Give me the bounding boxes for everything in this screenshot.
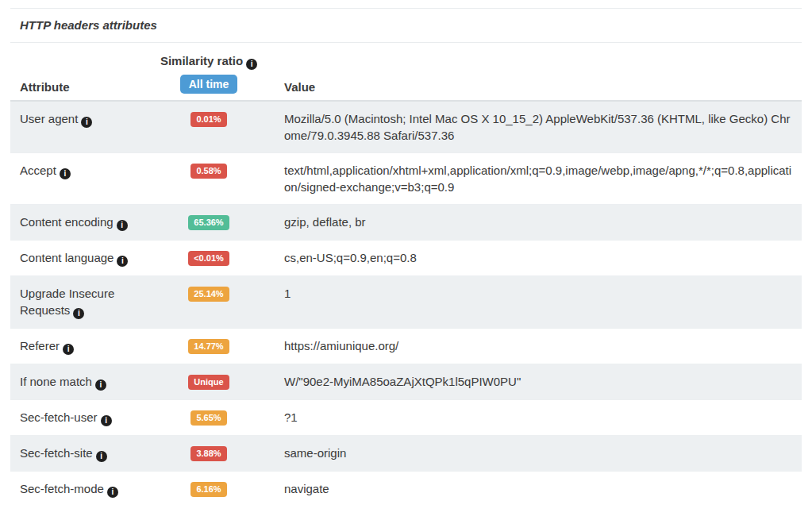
info-icon[interactable]: i	[107, 487, 118, 498]
info-icon[interactable]: i	[81, 117, 92, 128]
table-row: Sec-fetch-modei 6.16% navigate	[10, 472, 802, 507]
attribute-value: 1	[252, 276, 802, 329]
table-body: User agenti 0.01% Mozilla/5.0 (Macintosh…	[10, 101, 802, 507]
info-icon[interactable]: i	[246, 59, 257, 70]
ratio-badge: 25.14%	[188, 287, 229, 302]
similarity-ratio-label: Similarity ratio	[160, 54, 243, 67]
similarity-ratio-column-header: Similarity ratioi All time	[165, 43, 252, 101]
attribute-label: Upgrade Insecure Requests	[20, 287, 114, 317]
attribute-value: Mozilla/5.0 (Macintosh; Intel Mac OS X 1…	[252, 101, 802, 153]
panel-title: HTTP headers attributes	[10, 8, 802, 43]
attribute-label: Content language	[20, 251, 114, 264]
info-icon[interactable]: i	[96, 451, 107, 462]
http-headers-panel: HTTP headers attributes Attribute Simila…	[10, 0, 802, 507]
attribute-label: Sec-fetch-mode	[20, 482, 104, 495]
ratio-badge: 3.88%	[190, 446, 226, 461]
table-row: If none matchi Unique W/"90e2-MyiMA85oaZ…	[10, 364, 802, 400]
attribute-label: Referer	[20, 339, 60, 352]
table-row: User agenti 0.01% Mozilla/5.0 (Macintosh…	[10, 101, 802, 153]
ratio-badge: 65.36%	[188, 215, 229, 230]
table-row: Sec-fetch-useri 5.65% ?1	[10, 400, 802, 436]
ratio-badge: 0.01%	[190, 112, 226, 127]
table-row: Content languagei <0.01% cs,en-US;q=0.9,…	[10, 241, 802, 276]
table-row: Upgrade Insecure Requestsi 25.14% 1	[10, 276, 802, 329]
table-row: Refereri 14.77% https://amiunique.org/	[10, 329, 802, 364]
headers-attributes-table: Attribute Similarity ratioi All time Val…	[10, 43, 802, 507]
attribute-label: Content encoding	[20, 215, 114, 229]
attribute-value: ?1	[252, 400, 802, 436]
ratio-badge: 6.16%	[190, 482, 226, 497]
attribute-value: gzip, deflate, br	[252, 205, 802, 241]
table-row: Sec-fetch-sitei 3.88% same-origin	[10, 436, 802, 472]
ratio-badge: Unique	[188, 375, 229, 390]
table-header-row: Attribute Similarity ratioi All time Val…	[10, 43, 802, 101]
ratio-badge: 14.77%	[188, 339, 229, 354]
info-icon[interactable]: i	[95, 379, 106, 391]
attribute-label: Accept	[20, 164, 56, 177]
attribute-value: https://amiunique.org/	[252, 329, 802, 364]
attribute-label: If none match	[20, 375, 92, 388]
value-column-header: Value	[252, 43, 802, 101]
info-icon[interactable]: i	[117, 220, 128, 231]
attribute-value: cs,en-US;q=0.9,en;q=0.8	[252, 241, 802, 276]
table-row: Content encodingi 65.36% gzip, deflate, …	[10, 205, 802, 241]
attribute-label: Sec-fetch-user	[20, 410, 98, 424]
info-icon[interactable]: i	[117, 256, 128, 267]
attribute-label: User agent	[20, 112, 78, 125]
ratio-badge: 0.58%	[190, 164, 226, 179]
attribute-label: Sec-fetch-site	[20, 446, 93, 460]
info-icon[interactable]: i	[101, 415, 112, 426]
ratio-badge: <0.01%	[188, 251, 229, 266]
attribute-value: same-origin	[252, 436, 802, 472]
ratio-badge: 5.65%	[190, 410, 226, 426]
all-time-badge[interactable]: All time	[180, 75, 238, 94]
info-icon[interactable]: i	[60, 168, 71, 179]
info-icon[interactable]: i	[73, 308, 84, 319]
table-row: Accepti 0.58% text/html,application/xhtm…	[10, 153, 802, 205]
attribute-value: navigate	[252, 472, 802, 507]
attribute-value: W/"90e2-MyiMA85oaZAjXtQPk1l5qPIW0PU"	[252, 364, 802, 400]
info-icon[interactable]: i	[63, 344, 74, 355]
attribute-column-header: Attribute	[10, 43, 165, 101]
attribute-value: text/html,application/xhtml+xml,applicat…	[252, 153, 802, 205]
